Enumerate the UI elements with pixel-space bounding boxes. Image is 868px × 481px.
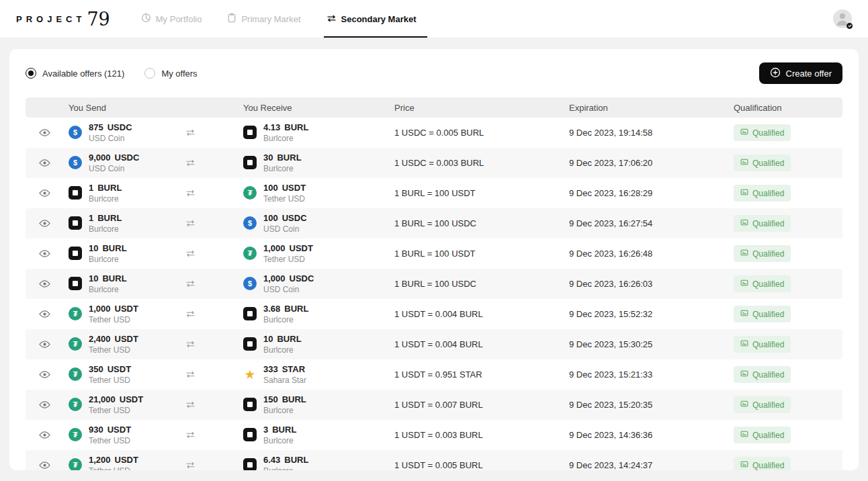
offers-card: Available offers (121) My offers Create … [9,49,859,470]
offer-row[interactable]: ₮ 2,400USDT Tether USD 10BURL Burlcore 1… [26,329,842,359]
offer-expiration: 9 Dec 2023, 14:36:36 [564,430,728,440]
col-qualification: Qualification [728,103,842,113]
send-amount: 1 [89,213,93,223]
send-amount: 930 [89,425,103,435]
radio-available-offers[interactable]: Available offers (121) [26,68,124,79]
receive-amount: 6.43 [263,455,280,465]
receive-token-icon [243,307,257,320]
offer-expiration: 9 Dec 2023, 16:27:54 [564,218,728,228]
view-offer-eye-icon[interactable] [39,249,50,258]
offer-expiration: 9 Dec 2023, 15:52:32 [564,309,728,319]
create-offer-button[interactable]: Create offer [759,62,842,84]
qualification-card-icon [740,400,748,410]
document-icon [227,13,236,25]
offer-row[interactable]: 10BURL Burlcore ₮ 1,000USDT Tether USD 1… [26,238,842,269]
avatar[interactable] [833,9,852,28]
send-token-name: Burlcore [89,285,127,294]
offer-row[interactable]: $ 9,000USDC USD Coin 30BURL Burlcore 1 U… [26,148,842,178]
send-token-icon [69,247,82,260]
send-symbol: BURL [102,243,126,253]
send-symbol: USDT [107,364,131,374]
receive-token-icon [243,428,257,441]
view-offer-eye-icon[interactable] [39,189,50,198]
receive-symbol: BURL [272,425,296,435]
view-offer-eye-icon[interactable] [39,128,50,137]
send-amount: 1,000 [89,304,111,314]
swap-direction-icon [185,460,196,471]
offer-row[interactable]: ₮ 1,000USDT Tether USD 3.68BURL Burlcore… [26,299,842,329]
receive-token-icon [243,458,257,470]
offer-row[interactable]: ₮ 350USDT Tether USD ★ 333STAR Sahara St… [26,359,842,390]
available-offers-label: Available offers (121) [42,69,124,79]
qualified-badge: Qualified [734,427,791,443]
view-offer-eye-icon[interactable] [39,310,50,318]
offer-row[interactable]: $ 875USDC USD Coin 4.13BURL Burlcore 1 U… [26,118,842,148]
receive-token-icon: ★ [243,367,257,381]
portfolio-pie-icon [141,13,151,25]
send-symbol: USDC [115,152,140,163]
swap-direction-icon [185,308,196,320]
view-offer-eye-icon[interactable] [39,340,50,349]
send-symbol: USDT [115,455,138,465]
logo[interactable]: PROJECT79 [16,0,110,38]
offer-row[interactable]: 1BURL Burlcore $ 100USDC USD Coin 1 BURL… [26,208,842,238]
qualification-card-icon [740,339,748,349]
plus-circle-icon [770,67,781,80]
offer-row[interactable]: ₮ 21,000USDT Tether USD 150BURL Burlcore… [26,390,842,420]
receive-symbol: USDT [290,243,313,253]
offer-row[interactable]: ₮ 1,200USDT Tether USD 6.43BURL Burlcore… [26,450,842,470]
receive-symbol: BURL [277,334,301,344]
send-token-name: Tether USD [89,406,143,415]
view-offer-eye-icon[interactable] [39,370,50,379]
offer-expiration: 9 Dec 2023, 19:14:58 [564,128,728,138]
send-token-icon: $ [69,126,82,139]
qualification-card-icon [740,309,748,319]
swap-direction-icon [185,157,196,169]
radio-my-offers[interactable]: My offers [144,68,197,79]
receive-symbol: BURL [284,304,308,314]
send-token-icon: ₮ [69,458,82,470]
receive-amount: 30 [263,152,273,163]
app-header: PROJECT79 My Portfolio Primary Market Se… [0,0,868,38]
page-content: Available offers (121) My offers Create … [0,38,868,470]
offer-expiration: 9 Dec 2023, 15:21:33 [564,369,728,380]
qualified-label: Qualified [752,310,784,319]
receive-token-icon [243,337,257,351]
nav-secondary-market[interactable]: Secondary Market [327,0,417,38]
receive-amount: 1,000 [263,273,286,283]
send-token-icon: ₮ [69,428,82,441]
receive-token-name: Burlcore [263,164,302,173]
main-nav: My Portfolio Primary Market Secondary Ma… [141,0,417,38]
send-token-icon [69,277,82,290]
swap-direction-icon [185,429,196,441]
view-offer-eye-icon[interactable] [39,400,50,409]
nav-my-portfolio[interactable]: My Portfolio [141,0,202,38]
send-token-name: Burlcore [89,255,127,264]
logo-text: PROJECT [16,14,85,24]
view-offer-eye-icon[interactable] [39,279,50,288]
view-offer-eye-icon[interactable] [39,461,50,470]
send-symbol: USDC [107,122,132,132]
offers-table: You Send You Receive Price Expiration Qu… [26,97,842,470]
receive-amount: 100 [263,213,278,223]
offer-expiration: 9 Dec 2023, 14:24:37 [564,460,728,470]
view-offer-eye-icon[interactable] [39,159,50,167]
offer-price: 1 BURL = 100 USDC [389,279,564,289]
create-offer-label: Create offer [786,69,832,79]
offer-row[interactable]: 1BURL Burlcore ₮ 100USDT Tether USD 1 BU… [26,178,842,208]
nav-primary-market[interactable]: Primary Market [227,0,300,38]
receive-token-icon [243,156,257,169]
swap-direction-icon [185,248,196,260]
qualified-label: Qualified [752,159,784,168]
receive-token-name: Burlcore [263,406,306,415]
qualification-card-icon [740,279,748,289]
send-amount: 875 [89,122,103,132]
view-offer-eye-icon[interactable] [39,431,50,439]
logo-number: 79 [87,9,110,30]
view-offer-eye-icon[interactable] [39,219,50,228]
send-amount: 21,000 [89,394,116,404]
offer-row[interactable]: ₮ 930USDT Tether USD 3BURL Burlcore 1 US… [26,420,842,450]
offer-row[interactable]: 10BURL Burlcore $ 1,000USDC USD Coin 1 B… [26,269,842,299]
swap-direction-icon [185,218,196,230]
qualified-label: Qualified [752,370,784,380]
